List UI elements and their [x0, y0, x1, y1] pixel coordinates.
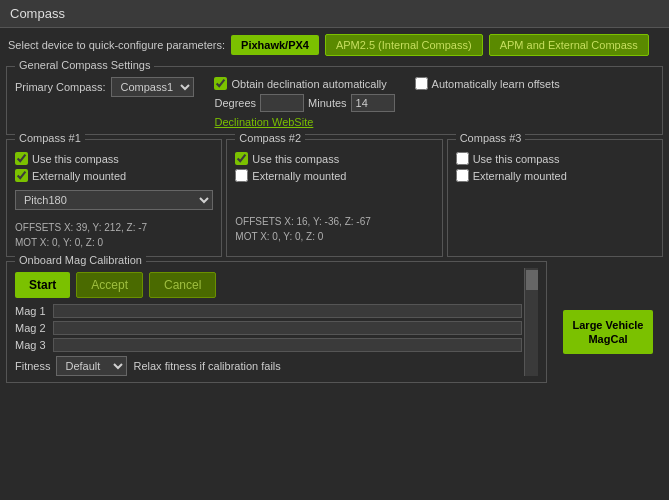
mag2-label: Mag 2 — [15, 322, 47, 334]
compass1-use-row: Use this compass — [15, 152, 213, 165]
compass2-use-label: Use this compass — [252, 153, 339, 165]
primary-compass-row: Primary Compass: Compass1 Compass2 Compa… — [15, 77, 194, 97]
mag3-row: Mag 3 — [15, 338, 522, 352]
mag2-bar — [53, 321, 522, 335]
obtain-declination-row: Obtain declination automatically — [214, 77, 394, 90]
onboard-outer: Onboard Mag Calibration Start Accept Can… — [6, 261, 663, 383]
cancel-button[interactable]: Cancel — [149, 272, 216, 298]
auto-learn-row: Automatically learn offsets — [415, 77, 560, 90]
fitness-select[interactable]: Default Relaxed Strict — [56, 356, 127, 376]
primary-label: Primary Compass: — [15, 81, 105, 93]
auto-learn-label: Automatically learn offsets — [432, 78, 560, 90]
mag1-row: Mag 1 — [15, 304, 522, 318]
relax-label: Relax fitness if calibration fails — [133, 360, 280, 372]
start-button[interactable]: Start — [15, 272, 70, 298]
scrollbar-thumb[interactable] — [526, 270, 538, 290]
device-select-row: Select device to quick-configure paramet… — [0, 28, 669, 62]
minutes-label: Minutes — [308, 97, 347, 109]
compass3-external-row: Externally mounted — [456, 169, 654, 182]
fitness-label: Fitness — [15, 360, 50, 372]
compass1-external-label: Externally mounted — [32, 170, 126, 182]
mag1-bar — [53, 304, 522, 318]
compass1-external-checkbox[interactable] — [15, 169, 28, 182]
minutes-input[interactable] — [351, 94, 395, 112]
scrollbar[interactable] — [524, 268, 538, 376]
declination-link[interactable]: Declination WebSite — [214, 116, 394, 128]
compass3-external-label: Externally mounted — [473, 170, 567, 182]
onboard-legend: Onboard Mag Calibration — [15, 254, 146, 266]
compass3-section: Compass #3 Use this compass Externally m… — [447, 139, 663, 257]
device-select-label: Select device to quick-configure paramet… — [8, 39, 225, 51]
compass2-section: Compass #2 Use this compass Externally m… — [226, 139, 442, 257]
compass2-offsets: OFFSETS X: 16, Y: -36, Z: -67 MOT X: 0, … — [235, 214, 433, 244]
compass-sections-row: Compass #1 Use this compass Externally m… — [6, 139, 663, 257]
compass2-use-checkbox[interactable] — [235, 152, 248, 165]
compass1-use-checkbox[interactable] — [15, 152, 28, 165]
onboard-content: Start Accept Cancel Mag 1 Mag 2 Mag 3 Fi… — [15, 268, 538, 376]
btn-pixhawk[interactable]: Pixhawk/PX4 — [231, 35, 319, 55]
mag3-label: Mag 3 — [15, 339, 47, 351]
compass2-external-checkbox[interactable] — [235, 169, 248, 182]
general-legend: General Compass Settings — [15, 59, 154, 71]
compass3-use-checkbox[interactable] — [456, 152, 469, 165]
large-vehicle-mag-button[interactable]: Large VehicleMagCal — [563, 310, 654, 355]
btn-apm-external[interactable]: APM and External Compass — [489, 34, 649, 56]
compass1-orientation-select[interactable]: Pitch180 Roll180 Yaw90 — [15, 190, 213, 210]
compass1-external-row: Externally mounted — [15, 169, 213, 182]
obtain-declination-label: Obtain declination automatically — [231, 78, 386, 90]
compass3-use-label: Use this compass — [473, 153, 560, 165]
compass3-use-row: Use this compass — [456, 152, 654, 165]
primary-compass-select[interactable]: Compass1 Compass2 Compass3 — [111, 77, 194, 97]
compass2-external-row: Externally mounted — [235, 169, 433, 182]
obtain-declination-checkbox[interactable] — [214, 77, 227, 90]
compass1-legend: Compass #1 — [15, 132, 85, 144]
auto-learn-checkbox[interactable] — [415, 77, 428, 90]
right-panel: Large VehicleMagCal — [553, 261, 663, 383]
compass1-use-label: Use this compass — [32, 153, 119, 165]
fitness-row: Fitness Default Relaxed Strict Relax fit… — [15, 356, 522, 376]
degrees-row: Degrees Minutes — [214, 94, 394, 112]
compass1-section: Compass #1 Use this compass Externally m… — [6, 139, 222, 257]
compass2-legend: Compass #2 — [235, 132, 305, 144]
onboard-section: Onboard Mag Calibration Start Accept Can… — [6, 261, 547, 383]
compass1-offsets: OFFSETS X: 39, Y: 212, Z: -7 MOT X: 0, Y… — [15, 220, 213, 250]
btn-apm25[interactable]: APM2.5 (Internal Compass) — [325, 34, 483, 56]
degrees-label: Degrees — [214, 97, 256, 109]
compass3-external-checkbox[interactable] — [456, 169, 469, 182]
accept-button[interactable]: Accept — [76, 272, 143, 298]
compass3-legend: Compass #3 — [456, 132, 526, 144]
compass2-use-row: Use this compass — [235, 152, 433, 165]
mag1-label: Mag 1 — [15, 305, 47, 317]
compass2-external-label: Externally mounted — [252, 170, 346, 182]
page-title: Compass — [10, 6, 65, 21]
mag3-bar — [53, 338, 522, 352]
onboard-buttons: Start Accept Cancel — [15, 268, 522, 298]
mag2-row: Mag 2 — [15, 321, 522, 335]
declination-group: Obtain declination automatically Degrees… — [214, 77, 394, 128]
title-bar: Compass — [0, 0, 669, 28]
general-settings-section: General Compass Settings Primary Compass… — [6, 66, 663, 135]
degrees-input[interactable] — [260, 94, 304, 112]
